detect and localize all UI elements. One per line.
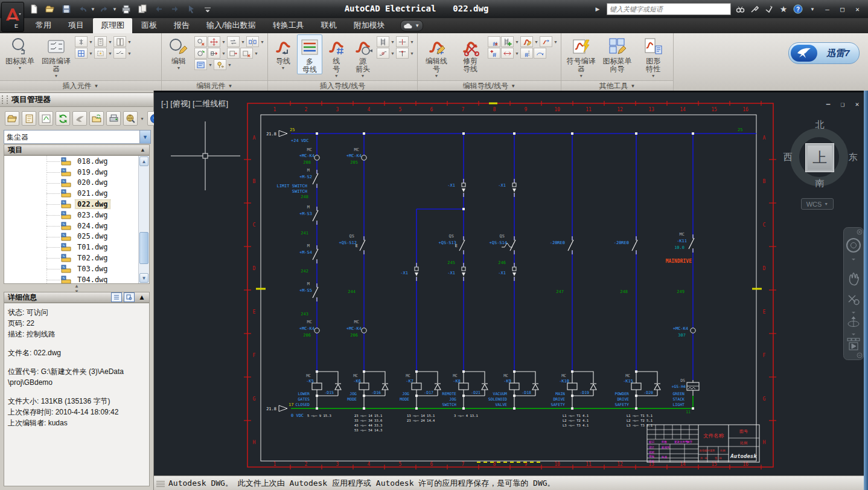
plot-button[interactable]	[119, 2, 133, 16]
chevron-down-icon[interactable]: ▼	[127, 36, 132, 47]
dotslash-icon[interactable]	[377, 48, 389, 59]
sheet-set-button[interactable]	[135, 2, 150, 16]
swap-icon[interactable]	[227, 36, 240, 47]
tab-home[interactable]: 常用	[28, 18, 59, 33]
chevron-down-icon[interactable]: ▼	[514, 48, 520, 59]
attr-icon[interactable]	[194, 59, 207, 70]
chevron-down-icon[interactable]: ▼	[18, 66, 22, 70]
numflip-icon[interactable]	[520, 48, 533, 59]
chevron-down-icon[interactable]: ▼	[127, 48, 132, 59]
chevron-down-icon[interactable]: ▼	[281, 66, 285, 70]
search-icon[interactable]	[735, 4, 745, 15]
insert-wires-wire-numbers-button[interactable]: 线号▼	[324, 34, 349, 78]
tab-panel[interactable]: 面板	[133, 18, 165, 33]
chevron-down-icon[interactable]: ▼	[361, 74, 365, 78]
tree-item-024-dwg[interactable]: 024.dwg	[4, 221, 149, 231]
circlerot-icon[interactable]	[194, 48, 207, 59]
ribbon-group-label[interactable]: 编辑元件▼	[162, 80, 267, 91]
tab-import-export[interactable]: 输入/输出数据	[199, 18, 264, 33]
ribbon-group-label[interactable]: 插入导线/线号	[268, 80, 417, 91]
project-task-button[interactable]	[72, 111, 87, 126]
other-tools-button[interactable]: 图标菜单向导	[600, 34, 635, 73]
doc-minimize-button[interactable]: —	[823, 100, 834, 109]
tab-project[interactable]: 项目	[60, 18, 92, 33]
tree-item-019-dwg[interactable]: 019.dwg	[4, 167, 149, 178]
chevron-down-icon[interactable]: ▼	[139, 131, 150, 143]
tree-item-022-dwg[interactable]: 022.dwg	[4, 199, 149, 210]
open-file-button[interactable]	[43, 2, 57, 16]
forward-button[interactable]	[168, 2, 182, 16]
wirepencil-icon[interactable]	[520, 36, 533, 47]
scoot-icon[interactable]	[208, 48, 220, 59]
refresh-button[interactable]	[56, 111, 70, 126]
dashbox-icon[interactable]	[94, 48, 107, 59]
doc-restore-button[interactable]: ❑	[837, 100, 848, 109]
viewport-controls[interactable]: [-] [俯视] [二维线框]	[161, 98, 228, 109]
insert-components-button[interactable]: 回路编译器▼	[39, 34, 74, 78]
tab-schematic[interactable]: 原理图	[93, 18, 132, 33]
cutwire-icon[interactable]	[396, 36, 409, 47]
qat-overflow-button[interactable]	[200, 2, 215, 16]
tree-scrollbar[interactable]: ▲ ▼	[138, 156, 149, 283]
tab-reports[interactable]: 报告	[166, 18, 197, 33]
application-menu-button[interactable]: E	[1, 2, 24, 32]
connect-cloud-button[interactable]: ▼	[400, 20, 423, 31]
chevron-down-icon[interactable]: ▼	[254, 48, 259, 59]
chevron-down-icon[interactable]: ▼	[88, 48, 94, 59]
panel-grip[interactable]	[2, 95, 8, 104]
new-file-button[interactable]	[27, 2, 41, 16]
chevron-down-icon[interactable]: ▼	[435, 74, 439, 78]
schematic-drawing[interactable]: 1122334455667788991010111112121313141415…	[154, 92, 868, 477]
chevron-down-icon[interactable]: ▼	[390, 36, 395, 47]
ladderplus-icon[interactable]	[501, 36, 514, 47]
minimize-button[interactable]: —	[822, 4, 833, 14]
redo-button[interactable]	[97, 2, 112, 16]
details-list-view-button[interactable]	[111, 292, 122, 302]
collapse-arrow-icon[interactable]: ▲	[138, 293, 145, 301]
help-dropdown-icon[interactable]: ▼	[807, 4, 818, 15]
drawing-canvas[interactable]: 1122334455667788991010111112121313141415…	[154, 91, 868, 475]
panel-splitter[interactable]: ▲▼	[0, 285, 153, 292]
subscription-icon[interactable]	[749, 4, 760, 15]
tree-item-021-dwg[interactable]: 021.dwg	[4, 188, 149, 199]
plot-publish-button[interactable]	[106, 111, 121, 126]
chevron-down-icon[interactable]: ▼	[240, 36, 246, 47]
new-drawing-button[interactable]	[22, 111, 36, 126]
copy-project-button[interactable]	[89, 111, 104, 126]
details-section-header[interactable]: 详细信息 ▲	[4, 292, 150, 303]
scroll-down-icon[interactable]: ▼	[139, 273, 148, 283]
chevron-down-icon[interactable]: ▼	[651, 74, 656, 78]
chevron-down-icon[interactable]: ▼	[221, 48, 226, 59]
tree-item-018-dwg[interactable]: 018.dwg	[4, 156, 149, 167]
panel2-icon[interactable]	[113, 36, 126, 47]
publish-button[interactable]	[123, 111, 138, 126]
thunder-plugin-button[interactable]: 迅雷7	[788, 42, 860, 64]
save-button[interactable]	[59, 2, 74, 16]
numloop-icon[interactable]	[534, 48, 546, 59]
chevron-down-icon[interactable]: ▼	[409, 48, 415, 59]
open-project-button[interactable]	[5, 111, 19, 126]
chevron-down-icon[interactable]: ▼	[221, 36, 226, 47]
navigation-bar[interactable]	[843, 227, 864, 360]
tree-item-T02-dwg[interactable]: T02.dwg	[4, 253, 149, 263]
numarrow-icon[interactable]	[540, 36, 552, 47]
chevron-down-icon[interactable]: ▼	[514, 36, 520, 47]
statusbar-grip[interactable]	[156, 480, 165, 487]
other-tools-button[interactable]: 符号编译器▼	[564, 34, 599, 78]
viewcube-south[interactable]: 南	[813, 177, 826, 189]
tree-item-020-dwg[interactable]: 020.dwg	[4, 178, 149, 189]
chevron-down-icon[interactable]: ▼	[140, 117, 145, 121]
collapse-arrow-icon[interactable]: ▲	[140, 147, 145, 153]
edit-components-button[interactable]: 编辑▼	[164, 34, 193, 70]
tree-item-023-dwg[interactable]: 023.dwg	[4, 210, 149, 221]
infocenter-search-input[interactable]	[607, 3, 731, 15]
wcs-dropdown[interactable]: WCS ▼	[801, 198, 834, 210]
gridins-icon[interactable]	[75, 48, 88, 59]
fan-icon[interactable]	[75, 36, 88, 47]
chevron-down-icon[interactable]: ▼	[534, 36, 539, 47]
insert-wires-wire-numbers-button[interactable]: 源箭头▼	[350, 34, 375, 78]
numx-icon[interactable]	[488, 36, 500, 47]
viewcube-top-face[interactable]: 上	[805, 143, 834, 172]
scrollbar-thumb[interactable]	[139, 232, 148, 264]
panel-icon[interactable]	[94, 36, 107, 47]
